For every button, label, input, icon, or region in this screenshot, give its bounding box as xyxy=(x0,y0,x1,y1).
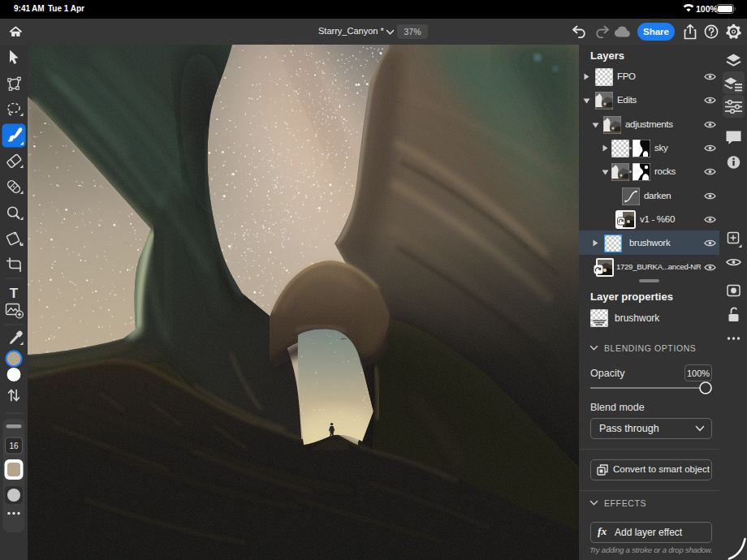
svg-text:T: T xyxy=(10,286,19,301)
svg-text:16: 16 xyxy=(9,442,19,450)
